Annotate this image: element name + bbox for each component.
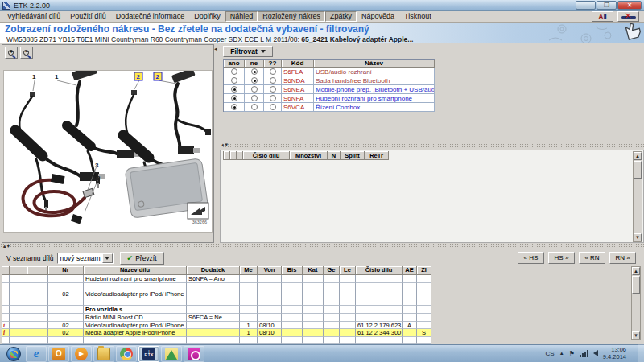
start-button[interactable]: [6, 347, 21, 361]
filter-row[interactable]: S6VCAŘízení Combox: [224, 103, 435, 112]
graphics-off-button[interactable]: ✕: [617, 11, 639, 22]
scroll-down-icon[interactable]: ▼: [632, 331, 640, 339]
radio-ano[interactable]: [231, 77, 237, 84]
taskbar-etk[interactable]: ✛E.T.K: [138, 346, 159, 362]
taskbar-magenta-app[interactable]: [184, 346, 204, 362]
radio-ne[interactable]: [251, 77, 258, 84]
table-row[interactable]: i02Video/audioadaptér pro iPod/ iPhone10…: [2, 322, 431, 330]
list-scrollbar[interactable]: ▲ ▼: [631, 266, 641, 340]
callout-3b[interactable]: 3: [97, 175, 101, 182]
taskbar-outlook[interactable]: O: [48, 346, 69, 362]
text-tool-button[interactable]: A▮: [592, 11, 613, 22]
volume-icon[interactable]: [593, 350, 598, 356]
taskbar-chrome[interactable]: [116, 346, 137, 362]
hidden-icons-button[interactable]: ▲: [559, 351, 564, 356]
callout-3a[interactable]: 3: [95, 162, 99, 169]
radio-ano[interactable]: [231, 68, 237, 75]
menu-item-zpatky[interactable]: Zpátky: [325, 11, 357, 22]
cell: [187, 322, 240, 330]
menu-item-doplnky[interactable]: Doplňky: [189, 11, 225, 22]
nav-button-rn[interactable]: « RN: [579, 252, 605, 264]
exploded-view-icon[interactable]: [188, 203, 208, 219]
scroll-up-icon[interactable]: ▲: [634, 152, 642, 160]
scroll-down-icon[interactable]: ▼: [634, 233, 642, 241]
filter-row[interactable]: S6FLAUSB/audio rozhraní: [224, 68, 435, 76]
radio-ano[interactable]: [231, 86, 237, 93]
right-splitter[interactable]: ▴▾: [220, 143, 644, 149]
dropdown-arrow-button[interactable]: [102, 253, 113, 263]
apply-button[interactable]: ✔ Převzít: [120, 252, 164, 265]
cable-diagram: 1 1 2 2 3 3: [4, 71, 212, 232]
nav-button-hs[interactable]: HS »: [548, 252, 575, 264]
close-button[interactable]: ✕: [617, 1, 642, 10]
scroll-thumb[interactable]: [632, 276, 640, 294]
menu-item-napoveda[interactable]: Nápověda: [357, 11, 399, 22]
callout-1b[interactable]: 1: [55, 73, 59, 80]
filter-row[interactable]: S6NFAHudební rozhraní pro smartphone: [224, 94, 435, 103]
table-row[interactable]: [2, 298, 431, 306]
menu-item-rozlozeny-nakres[interactable]: Rozložený nákres: [258, 11, 325, 22]
cell: −: [27, 290, 48, 298]
callout-1a[interactable]: 1: [32, 73, 36, 80]
radio-ne[interactable]: [251, 68, 258, 75]
taskbar-media-player[interactable]: ▶: [71, 346, 92, 362]
radio-ano[interactable]: [231, 95, 237, 101]
radio-ne[interactable]: [251, 86, 258, 93]
radio-blank[interactable]: [270, 95, 276, 101]
table-row[interactable]: [2, 337, 431, 345]
menu-item-vyhledavani-dilu[interactable]: Vyhledávání dílů: [2, 11, 65, 22]
nav-button-rn[interactable]: RN »: [609, 252, 636, 264]
filter-row[interactable]: S6NEAMobile-phone prep. ,Bluetooth + USB…: [224, 85, 435, 94]
vertical-splitter[interactable]: ◂: [214, 44, 220, 243]
radio-cell: [245, 94, 264, 103]
cell: [48, 306, 84, 314]
taskbar-explorer[interactable]: [93, 346, 114, 362]
etk-label: E.T.K: [144, 354, 153, 357]
main-splitter-arrows-icon[interactable]: ▴▾: [3, 243, 10, 249]
show-desktop-button[interactable]: [638, 344, 644, 362]
zoom-out-button[interactable]: −: [20, 47, 33, 59]
radio-blank[interactable]: [270, 68, 276, 75]
collapse-arrow-icon[interactable]: ◂: [214, 46, 217, 52]
radio-blank[interactable]: [270, 86, 276, 93]
table-row[interactable]: [2, 283, 431, 291]
parts-scrollbar[interactable]: ▲ ▼: [633, 151, 642, 242]
maximize-button[interactable]: ❐: [597, 1, 617, 10]
menu-item-tisknout[interactable]: Tisknout: [399, 11, 436, 22]
cell: [417, 275, 431, 283]
zoom-in-button[interactable]: +: [5, 47, 18, 59]
radio-ne[interactable]: [251, 104, 258, 110]
table-row[interactable]: Rádio MINI Boost CDS6FCA = Ne: [2, 314, 431, 322]
cell: [258, 275, 282, 283]
scroll-up-icon[interactable]: ▲: [632, 267, 640, 275]
menu-item-pouziti-dilu[interactable]: Použití dílů: [65, 11, 111, 22]
filter-button[interactable]: Filtrovat: [223, 46, 273, 57]
table-row[interactable]: Pro vozidla s: [2, 306, 431, 314]
table-row[interactable]: Hudební rozhraní pro smartphoneS6NFA = A…: [2, 275, 431, 283]
chevron-down-icon: [105, 257, 109, 260]
splitter-arrows-icon[interactable]: ▴▾: [221, 142, 229, 148]
filter-code: S6VCA: [282, 103, 314, 112]
clock[interactable]: 13:06 9.4.2014: [603, 346, 626, 360]
filter-row[interactable]: S6NDASada handsfree Bluetooth: [224, 76, 435, 85]
table-row[interactable]: i02Média adaptér Apple iPod/iPhone108/10…: [2, 329, 431, 337]
taskbar-chart-app[interactable]: [161, 346, 182, 362]
scroll-thumb[interactable]: [634, 161, 642, 179]
action-center-flag-icon[interactable]: ⚑: [569, 350, 575, 357]
radio-blank[interactable]: [270, 104, 276, 110]
callout-2b[interactable]: 2: [156, 73, 160, 80]
menu-item-nahled[interactable]: Náhled: [225, 11, 258, 22]
nav-button-hs[interactable]: « HS: [518, 252, 544, 264]
network-icon[interactable]: [580, 350, 588, 357]
taskbar-internet-explorer[interactable]: e: [26, 346, 47, 362]
radio-blank[interactable]: [270, 77, 276, 84]
language-indicator[interactable]: CS: [546, 350, 555, 357]
minimize-button[interactable]: —: [576, 1, 596, 10]
radio-ne[interactable]: [251, 95, 258, 101]
menu-item-dodatecne-informace[interactable]: Dodatečné informace: [111, 11, 190, 22]
list-dropdown[interactable]: nový seznam: [57, 253, 114, 264]
radio-ano[interactable]: [231, 104, 237, 110]
callout-2a[interactable]: 2: [137, 73, 141, 80]
main-splitter[interactable]: ▴▾: [0, 243, 644, 250]
table-row[interactable]: −02Video/audioadaptér pro iPod/ iPhone: [2, 290, 431, 298]
